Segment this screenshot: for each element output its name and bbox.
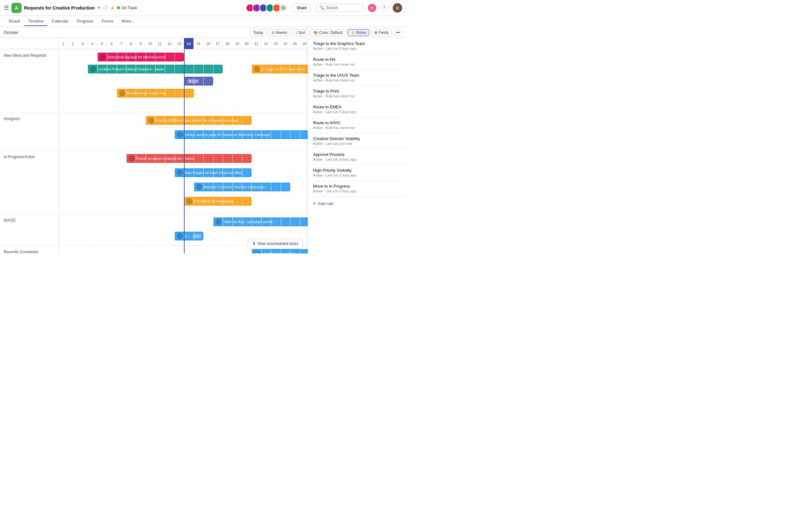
rule-name: Route to APAC xyxy=(313,120,401,125)
tab-calendar[interactable]: Calendar xyxy=(48,17,72,26)
tab-forms[interactable]: Forms xyxy=(98,17,117,26)
rule-item[interactable]: Triage to Print Active · Rule has never … xyxy=(308,86,406,101)
date-cell-4: 4 xyxy=(88,38,97,49)
task-bar[interactable]: B 1 ↱ xyxy=(184,77,213,86)
add-button[interactable]: + xyxy=(368,4,376,12)
rule-status: Active · Last run 3 days ago xyxy=(313,173,401,177)
task-bar[interactable]: Brochures for Career Fair xyxy=(117,89,194,98)
task-bar[interactable]: FY19 Best Of Infographic xyxy=(184,197,252,206)
rule-item[interactable]: Route to APAC Active · Rule has never ru… xyxy=(308,117,406,133)
search-icon: 🔍 xyxy=(319,5,324,10)
status-indicator: On Track xyxy=(117,6,137,10)
sort-button[interactable]: ↕Sort xyxy=(292,29,308,36)
date-cell-6: 6 xyxy=(107,38,116,49)
rule-item[interactable]: Triage to the Graphics Team Active · Las… xyxy=(308,38,406,54)
date-cell-20: 20 xyxy=(242,38,252,49)
search-input[interactable] xyxy=(326,6,360,10)
date-cell-1: 1 xyxy=(59,38,68,49)
date-cell-15: 15 xyxy=(194,38,203,49)
rule-item[interactable]: High Priority Visibility Active · Last r… xyxy=(308,165,406,181)
task-bar[interactable]: Directional signage for internal events xyxy=(97,53,184,61)
date-cell-21: 21 xyxy=(252,38,261,49)
fields-button[interactable]: ⊞Fields xyxy=(371,29,392,36)
row-label-recently-completed: Recently Completed xyxy=(0,246,58,253)
rule-status: Active · Rule has never run xyxy=(313,126,401,130)
rules-panel: Triage to the Graphics Team Active · Las… xyxy=(308,38,406,253)
rule-status: Active · Last run 3 days ago xyxy=(313,189,401,193)
rule-name: High Priority Visibility xyxy=(313,168,401,173)
labels-column: New Ideas and Requests Assigned In Progr… xyxy=(0,38,59,253)
rule-item[interactable]: Route to EMEA Active · Last run 3 days a… xyxy=(308,101,406,117)
weeks-button[interactable]: ⊙Weeks xyxy=(268,29,290,36)
date-cell-25: 25 xyxy=(290,38,300,49)
date-cell-16: 16 xyxy=(203,38,213,49)
rule-name: Route to EMEA xyxy=(313,105,401,109)
app-logo: A xyxy=(11,3,21,13)
rule-status: Active · Rule has never run xyxy=(313,94,401,98)
tab-timeline[interactable]: Timeline xyxy=(24,17,48,26)
add-rule-button[interactable]: + Add rule xyxy=(308,196,406,210)
user-avatar[interactable]: U xyxy=(393,3,402,13)
date-cell-9: 9 xyxy=(136,38,145,49)
rule-item[interactable]: Route to NA Active · Rule has never run xyxy=(308,54,406,70)
date-cell-12: 12 xyxy=(165,38,174,49)
date-cell-11: 11 xyxy=(155,38,165,49)
task-bar[interactable]: "With the flow" campaign assets xyxy=(213,217,319,226)
date-cell-2: 2 xyxy=(68,38,78,49)
date-cell-8: 8 xyxy=(126,38,136,49)
task-bar[interactable]: Beautify Customer Success Infographic xyxy=(194,182,290,191)
avatar-group: 12 xyxy=(246,4,287,12)
rule-status: Active · Rule has never run xyxy=(313,78,401,82)
task-bar[interactable]: Edit Graph...1 ↱ xyxy=(174,232,203,240)
task-bar[interactable]: Brand campaign localized ad creative xyxy=(126,154,252,163)
date-cell-14: 14 xyxy=(184,38,194,49)
search-bar[interactable]: 🔍 xyxy=(316,4,363,12)
rule-status: Active · Last run 3 days ago xyxy=(313,158,401,161)
date-cell-24: 24 xyxy=(281,38,290,49)
rule-item[interactable]: Creative Director Visibility Active · La… xyxy=(308,133,406,149)
view-unscheduled-button[interactable]: ⬆ View unscheduled tasks xyxy=(248,239,303,248)
unscheduled-icon: ⬆ xyxy=(252,241,256,246)
avatar-count: 12 xyxy=(279,4,287,12)
date-cell-13: 13 xyxy=(174,38,184,49)
date-cell-23: 23 xyxy=(271,38,281,49)
tab-more[interactable]: More... xyxy=(118,17,138,26)
help-button[interactable]: ? xyxy=(380,4,388,12)
rule-status: Active · Last run 3 days ago xyxy=(313,110,401,114)
date-cell-18: 18 xyxy=(223,38,232,49)
today-button[interactable]: Today xyxy=(250,29,266,36)
row-label-new-ideas: New Ideas and Requests xyxy=(0,49,58,113)
row-label-assigned: Assigned xyxy=(0,113,58,151)
main-content: New Ideas and Requests Assigned In Progr… xyxy=(0,38,406,253)
toolbar: October Today ⊙Weeks ↕Sort 🎨Color: Defau… xyxy=(0,27,406,38)
rule-name: Creative Director Visibility xyxy=(313,136,401,141)
rule-name: Move to In Progress xyxy=(313,184,401,188)
star-icon[interactable]: ★ xyxy=(110,5,114,10)
status-dot xyxy=(117,6,120,9)
status-text: On Track xyxy=(121,6,137,10)
nav-tabs: Board Timeline Calendar Progress Forms M… xyxy=(0,16,406,27)
rule-item[interactable]: Approve Process Active · Last run 3 days… xyxy=(308,149,406,165)
date-cell-19: 19 xyxy=(233,38,242,49)
more-options-button[interactable]: ••• xyxy=(394,29,402,36)
task-bar[interactable]: Need a 100 Brochures printed for univers… xyxy=(146,116,252,125)
menu-icon[interactable]: ☰ xyxy=(4,4,9,11)
rule-item[interactable]: Triage to the UI/UX Team Active · Rule h… xyxy=(308,70,406,86)
color-button[interactable]: 🎨Color: Default xyxy=(310,29,345,36)
date-cell-10: 10 xyxy=(146,38,155,49)
share-button[interactable]: Share xyxy=(293,4,311,12)
rule-name: Approve Process xyxy=(313,152,401,157)
rule-name: Triage to the UI/UX Team xyxy=(313,73,401,78)
task-bar[interactable]: Localize Product Catalog Graphics - Japa… xyxy=(88,65,223,73)
tab-board[interactable]: Board xyxy=(5,17,24,26)
rule-status: Active · Last run just now xyxy=(313,142,401,146)
chevron-down-icon[interactable]: ▼ xyxy=(97,6,101,10)
task-bar[interactable]: New Images for Each Regional Office xyxy=(174,168,252,177)
date-cell-5: 5 xyxy=(97,38,107,49)
rule-item[interactable]: Move to In Progress Active · Last run 3 … xyxy=(308,181,406,196)
info-icon[interactable]: ⓘ xyxy=(103,5,108,11)
rule-name: Route to NA xyxy=(313,57,401,62)
rule-name: Triage to the Graphics Team xyxy=(313,41,401,46)
rules-button[interactable]: ⚡Rules xyxy=(348,29,369,36)
tab-progress[interactable]: Progress xyxy=(73,17,97,26)
